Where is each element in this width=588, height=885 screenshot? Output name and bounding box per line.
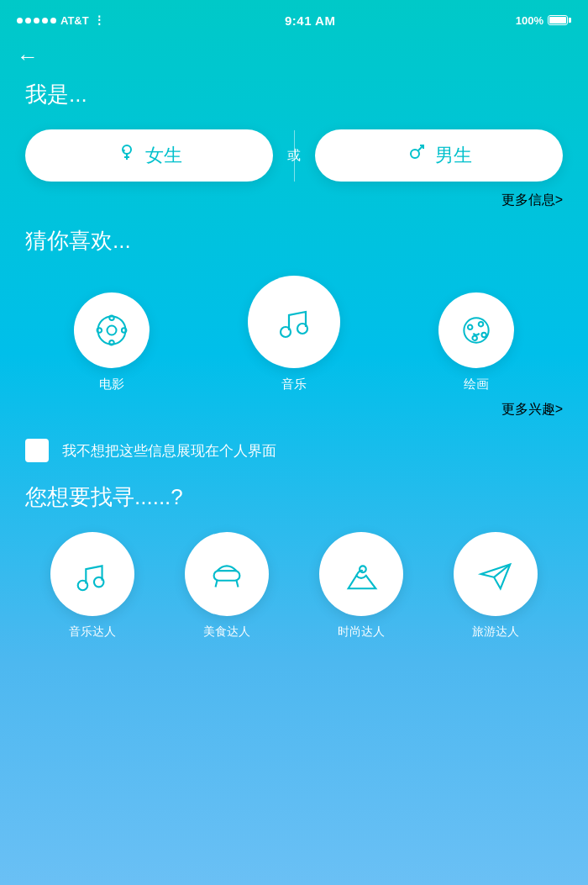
travel-expert-circle [454,532,538,616]
signal-dot-4 [42,18,48,24]
status-bar: AT&T ⋮ 9:41 AM 100% [0,0,588,37]
svg-point-13 [297,324,307,334]
female-icon [117,143,137,168]
status-left: AT&T ⋮ [17,13,105,27]
battery-body [548,15,568,25]
interests-section: 猜你喜欢... 电影 [25,226,563,419]
food-expert-label: 美食达人 [203,624,250,640]
wifi-icon: ⋮ [93,13,105,27]
interest-item-painting[interactable]: 绘画 [438,292,514,392]
painting-label: 绘画 [464,377,489,392]
female-button[interactable]: 女生 [25,129,273,182]
svg-line-3 [123,150,124,152]
movie-label: 电影 [99,377,124,392]
svg-point-11 [122,328,127,333]
movie-circle [74,292,150,368]
svg-point-10 [97,328,102,333]
main-content: 我是... 女生 或 [0,71,588,656]
svg-point-17 [481,333,486,338]
svg-line-22 [216,581,218,587]
interest-item-movie[interactable]: 电影 [74,292,150,392]
signal-dot-3 [34,18,39,24]
more-info-label: 更多信息> [501,192,563,207]
search-item-travel[interactable]: 旅游达人 [454,532,538,640]
identity-section: 我是... 女生 或 [25,80,563,209]
hide-info-checkbox[interactable] [25,439,49,462]
male-label: 男生 [435,143,472,168]
search-section: 您想要找寻......? 音乐达人 [25,482,563,640]
battery-icon [548,15,571,25]
hide-info-label: 我不想把这些信息展现在个人界面 [62,441,276,461]
back-arrow-icon: ← [17,44,39,69]
search-item-fashion[interactable]: 时尚达人 [319,532,403,640]
more-interests-label: 更多兴趣> [501,402,563,416]
svg-point-7 [108,326,117,335]
music-expert-circle [50,532,134,616]
carrier-label: AT&T [60,14,89,27]
food-expert-circle [185,532,269,616]
interests-row: 电影 音乐 [25,276,563,392]
fashion-expert-label: 时尚达人 [338,624,385,640]
music-label: 音乐 [281,377,307,392]
svg-point-24 [360,566,366,572]
svg-point-18 [472,335,477,340]
painting-circle [438,292,514,368]
svg-point-16 [478,322,483,327]
more-interests-link[interactable]: 更多兴趣> [25,401,563,419]
fashion-expert-circle [319,532,403,616]
svg-point-9 [110,340,115,345]
svg-point-20 [94,577,104,587]
search-row: 音乐达人 美食达人 [25,532,563,640]
signal-dot-5 [50,18,56,24]
male-button[interactable]: 男生 [315,129,563,182]
signal-dot-1 [17,18,23,24]
status-right: 100% [516,14,571,27]
search-item-food[interactable]: 美食达人 [185,532,269,640]
battery-fill [549,17,566,24]
svg-line-23 [237,581,239,587]
status-time: 9:41 AM [285,13,335,28]
music-circle [248,276,340,368]
svg-rect-21 [214,571,240,581]
search-item-music[interactable]: 音乐达人 [50,532,134,640]
battery-tip [569,18,571,23]
interest-item-music[interactable]: 音乐 [248,276,340,392]
music-expert-label: 音乐达人 [69,624,116,640]
interests-title: 猜你喜欢... [25,226,563,255]
or-label: 或 [287,148,301,162]
svg-point-8 [110,316,115,321]
gender-or-divider: 或 [273,147,315,165]
svg-point-4 [411,150,419,158]
back-button[interactable]: ← [0,37,588,71]
hide-info-row[interactable]: 我不想把这些信息展现在个人界面 [25,439,563,462]
svg-point-15 [468,325,473,330]
gender-row: 女生 或 男生 [25,129,563,182]
identity-title: 我是... [25,80,563,109]
signal-dot-2 [25,18,31,24]
female-label: 女生 [145,143,182,168]
travel-expert-label: 旅游达人 [472,624,519,640]
svg-point-19 [78,581,88,591]
more-info-link[interactable]: 更多信息> [25,192,563,209]
battery-percent: 100% [516,14,543,27]
signal-dots [17,18,56,24]
svg-point-12 [281,327,291,337]
search-title: 您想要找寻......? [25,482,563,512]
male-icon [407,143,427,168]
